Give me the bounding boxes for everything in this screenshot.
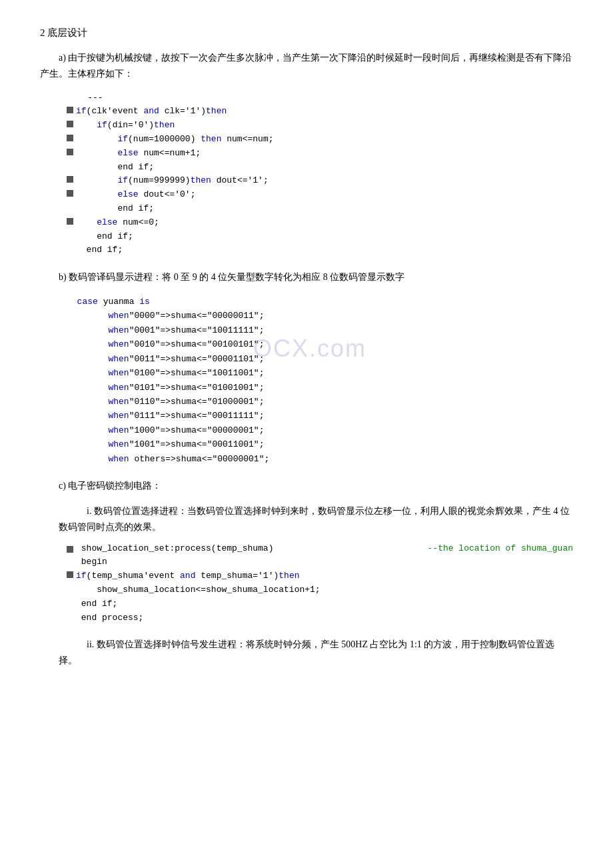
code-line: else dout<='0'; [67, 188, 573, 202]
code-line: when"0110"=>shuma<="01000001"; [67, 395, 573, 409]
code-line: end if; [67, 597, 573, 611]
code-line: if(clk'event and clk='1')then [67, 105, 573, 119]
code-block-2-wrapper: OCX.com case yuanma is when"0000"=>shuma… [40, 295, 573, 466]
bullet-icon [67, 107, 73, 113]
code-block-3: show_location_set:process(temp_shuma) --… [67, 542, 573, 625]
code-line: when others=>shuma<="00000001"; [67, 452, 573, 466]
page-content: 2 底层设计 a) 由于按键为机械按键，故按下一次会产生多次脉冲，当产生第一次下… [40, 27, 573, 669]
code-line: when"0011"=>shuma<="00001101"; [67, 352, 573, 366]
bullet-icon [67, 121, 73, 127]
bullet-icon [67, 149, 73, 155]
code-line: show_location_set:process(temp_shuma) --… [67, 542, 573, 556]
code-line: when"0000"=>shuma<="00000011"; [67, 309, 573, 323]
code-line: end if; [67, 161, 573, 175]
code-line: end if; [67, 202, 573, 216]
code-block-2: case yuanma is when"0000"=>shuma<="00000… [67, 295, 573, 466]
para-i-intro: i. 数码管位置选择进程：当数码管位置选择时钟到来时，数码管显示位左移一位，利用… [59, 503, 573, 535]
bullet-icon [67, 218, 73, 225]
code-line: when"1001"=>shuma<="00011001"; [67, 437, 573, 451]
code-line: if(num=999999)then dout<='1'; [67, 174, 573, 188]
bullet-icon [67, 546, 73, 553]
para-c-intro: c) 电子密码锁控制电路： [40, 478, 573, 494]
code-line: end process; [67, 611, 573, 625]
bullet-icon [67, 571, 73, 578]
code-line: else num<=num+1; [67, 147, 573, 161]
code-line: end if; [67, 243, 573, 257]
code-line-comment: --- [67, 91, 573, 105]
bullet-icon [67, 176, 73, 183]
code-line: when"0100"=>shuma<="10011001"; [67, 366, 573, 380]
code-line: begin [67, 555, 573, 569]
code-line: when"0101"=>shuma<="01001001"; [67, 381, 573, 395]
code-block-1: --- if(clk'event and clk='1')then if(din… [67, 91, 573, 258]
para-a-intro: a) 由于按键为机械按键，故按下一次会产生多次脉冲，当产生第一次下降沿的时候延时… [40, 50, 573, 82]
bullet-icon [67, 190, 73, 197]
code-line: when"0010"=>shuma<="00100101"; [67, 337, 573, 351]
code-line: if(num=1000000) then num<=num; [67, 133, 573, 147]
para-ii-intro: ii. 数码管位置选择时钟信号发生进程：将系统时钟分频，产生 500HZ 占空比… [59, 637, 573, 669]
section-title: 2 底层设计 [40, 27, 573, 39]
code-line: else num<=0; [67, 216, 573, 230]
code-line: if(din='0')then [67, 119, 573, 133]
code-line: when"0001"=>shuma<="10011111"; [67, 323, 573, 337]
code-line: when"0111"=>shuma<="00011111"; [67, 409, 573, 423]
para-b-intro: b) 数码管译码显示进程：将 0 至 9 的 4 位矢量型数字转化为相应 8 位… [40, 269, 573, 285]
code-line: if(temp_shuma'event and temp_shuma='1')t… [67, 569, 573, 583]
code-line: case yuanma is [67, 295, 573, 309]
code-line: end if; [67, 230, 573, 244]
bullet-icon [67, 135, 73, 141]
code-line: when"1000"=>shuma<="00000001"; [67, 423, 573, 437]
code-line: show_shuma_location<=show_shuma_location… [67, 583, 573, 597]
